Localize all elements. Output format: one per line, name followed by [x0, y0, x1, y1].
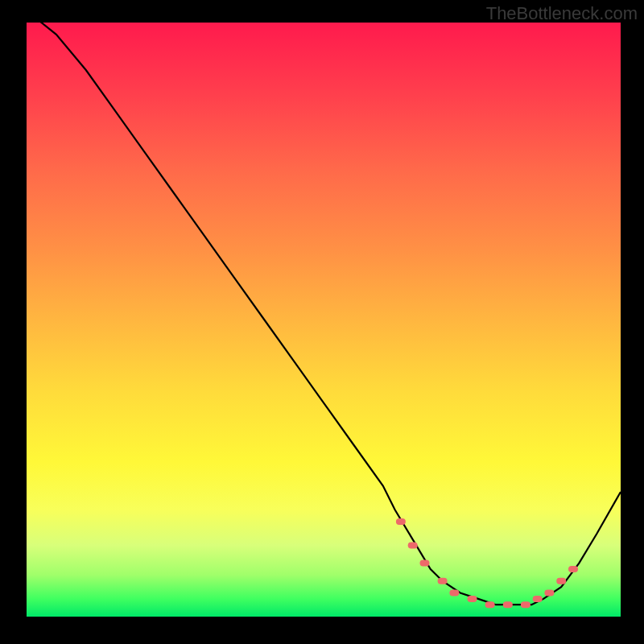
- highlight-dot: [396, 518, 406, 525]
- chart-curve-group: [27, 23, 621, 605]
- highlight-dot: [420, 560, 430, 567]
- highlight-dot: [521, 601, 530, 608]
- highlight-dot: [503, 601, 513, 608]
- chart-plot-area: [27, 23, 621, 617]
- highlight-dot: [556, 578, 566, 584]
- highlight-dot: [568, 566, 578, 572]
- highlight-dot: [544, 590, 554, 597]
- chart-svg: [27, 23, 621, 617]
- highlight-dot: [533, 596, 543, 602]
- bottleneck-curve: [27, 23, 621, 605]
- highlight-dot: [449, 590, 459, 597]
- highlight-dot: [408, 542, 418, 548]
- highlight-dot: [438, 578, 448, 584]
- highlight-dot: [468, 596, 477, 602]
- attribution-text: TheBottleneck.com: [486, 3, 638, 24]
- highlight-dot: [485, 601, 495, 608]
- chart-dots-group: [396, 518, 578, 608]
